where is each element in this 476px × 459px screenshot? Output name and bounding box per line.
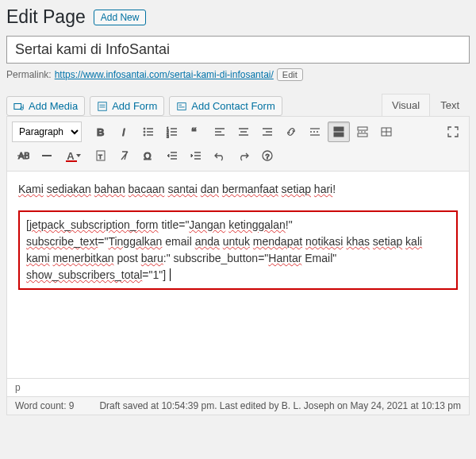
align-left-button[interactable]	[209, 122, 231, 142]
svg-text:I: I	[122, 126, 125, 138]
element-path[interactable]: p	[7, 378, 469, 396]
permalink-link[interactable]: https://www.infosantai.com/sertai-kami-d…	[55, 69, 274, 80]
page-title: Edit Page	[6, 6, 86, 28]
post-title-input[interactable]	[6, 36, 470, 64]
toolbar-toggle-button[interactable]	[328, 122, 350, 142]
status-bar: Word count: 9 Draft saved at 10:54:39 pm…	[6, 397, 470, 415]
add-form-button[interactable]: Add Form	[90, 96, 164, 116]
permalink-label: Permalink:	[6, 69, 52, 80]
editor-toolbar: Paragraph B I 123 “ ABC A T Ω	[7, 117, 469, 172]
svg-text:Ω: Ω	[144, 150, 152, 162]
indent-button[interactable]	[185, 145, 207, 166]
help-button[interactable]: ?	[256, 145, 278, 166]
svg-rect-5	[178, 102, 186, 110]
insert-more-button[interactable]	[304, 122, 326, 142]
svg-text:?: ?	[266, 152, 270, 160]
format-select[interactable]: Paragraph	[12, 122, 82, 142]
italic-button[interactable]: I	[113, 122, 136, 142]
svg-point-12	[144, 134, 145, 136]
svg-text:T: T	[98, 153, 102, 160]
editor: Paragraph B I 123 “ ABC A T Ω	[6, 116, 470, 397]
svg-rect-36	[334, 133, 344, 137]
add-media-button[interactable]: Add Media	[6, 96, 85, 116]
svg-text:B: B	[97, 126, 104, 138]
svg-text:3: 3	[167, 134, 169, 138]
word-count: Word count: 9	[15, 400, 75, 411]
content-editable[interactable]: Kami sediakan bahan bacaan santai dan be…	[7, 172, 469, 378]
redo-button[interactable]	[232, 145, 255, 166]
svg-point-10	[144, 128, 145, 129]
strikethrough-button[interactable]: ABC	[12, 145, 34, 166]
numbered-list-button[interactable]: 123	[161, 122, 183, 142]
form-icon	[97, 101, 108, 112]
svg-rect-35	[334, 127, 344, 131]
add-contact-form-button[interactable]: Add Contact Form	[169, 96, 282, 116]
text-color-button[interactable]: A	[60, 145, 88, 166]
add-new-button[interactable]: Add New	[94, 10, 147, 25]
align-center-button[interactable]	[232, 122, 255, 142]
undo-button[interactable]	[209, 145, 231, 166]
permalink-edit-button[interactable]: Edit	[277, 68, 303, 81]
fullscreen-button[interactable]	[442, 122, 464, 142]
link-button[interactable]	[280, 122, 302, 142]
paste-text-button[interactable]: T	[90, 145, 112, 166]
align-right-button[interactable]	[256, 122, 278, 142]
permalink-row: Permalink: https://www.infosantai.com/se…	[6, 68, 470, 81]
outdent-button[interactable]	[161, 145, 183, 166]
camera-music-icon	[13, 101, 25, 112]
tab-text[interactable]: Text	[430, 94, 470, 116]
clear-formatting-button[interactable]	[113, 145, 136, 166]
bullet-list-button[interactable]	[137, 122, 159, 142]
hr-button[interactable]	[36, 145, 58, 166]
color-swatch	[66, 160, 77, 162]
table-button[interactable]	[375, 122, 397, 142]
save-status: Draft saved at 10:54:39 pm. Last edited …	[99, 400, 461, 411]
special-char-button[interactable]: Ω	[137, 145, 159, 166]
blockquote-button[interactable]: “	[185, 122, 207, 142]
bold-button[interactable]: B	[90, 122, 112, 142]
pagebreak-button[interactable]	[351, 122, 374, 142]
chevron-down-icon	[76, 154, 81, 157]
shortcode-highlight: [jetpack_subscription_form title="Jangan…	[18, 210, 458, 290]
tab-visual[interactable]: Visual	[382, 94, 430, 116]
svg-rect-37	[358, 127, 367, 130]
svg-text:“: “	[191, 125, 197, 138]
contact-form-icon	[176, 101, 187, 112]
svg-rect-38	[358, 133, 367, 137]
svg-rect-2	[98, 102, 107, 110]
svg-point-11	[144, 131, 145, 133]
svg-rect-0	[14, 103, 21, 109]
